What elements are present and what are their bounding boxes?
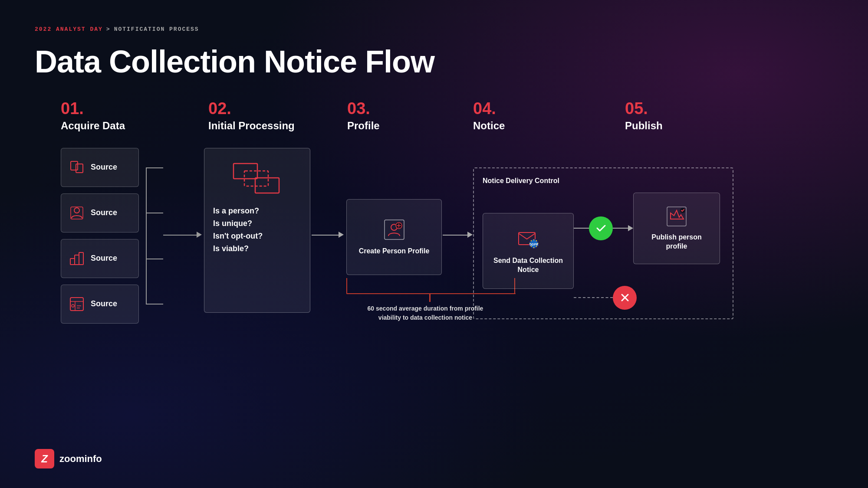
to-cross-line [574,297,613,298]
tree-vertical-line [146,167,147,304]
step-01-title: Acquire Data [61,120,125,131]
source-box-3: Source [61,239,139,278]
send-data-collection-notice-box: GDPR Send Data Collection Notice [483,213,574,289]
question-4: Is viable? [213,244,301,253]
source-icon-2 [69,205,85,221]
svg-rect-7 [70,298,83,311]
source-box-4: Source [61,285,139,324]
proc-to-profile-line [312,235,340,236]
step-01-header: 01. Acquire Data [61,100,125,144]
branch-4 [146,304,163,305]
logo-z-icon: Z [35,449,54,468]
source-label-2: Source [91,208,117,217]
breadcrumb: 2022 ANALYST DAY > NOTIFICATION PROCESS [35,26,833,33]
to-processing-line [163,235,198,236]
svg-rect-13 [255,178,279,193]
svg-point-23 [533,239,534,240]
page-title: Data Collection Notice Flow [35,46,833,79]
reject-path [574,286,720,310]
check-circle [589,216,613,240]
svg-point-28 [530,246,531,247]
source-box-2: Source [61,193,139,233]
decision-column: Publish person profile [574,193,720,310]
send-data-collection-notice-label: Send Data Collection Notice [490,256,567,275]
branch-1 [146,167,163,168]
source-icon-3 [69,251,85,266]
logo-text: zoominfo [59,453,102,465]
publish-person-profile-box: Publish person profile [633,193,720,264]
flow-diagram: 01. Acquire Data 02. Initial Processing … [35,100,833,369]
breadcrumb-year: 2022 ANALYST DAY [35,26,103,33]
processing-questions: Is a person? Is unique? Isn't opt-out? I… [213,206,301,253]
to-processing-arrow [197,232,202,238]
page-container: 2022 ANALYST DAY > NOTIFICATION PROCESS … [0,0,868,488]
notice-row: GDPR Send Data Collection Notice [483,193,724,310]
step-05-title: Publish [625,120,663,131]
source-box-1: Source [61,148,139,187]
logo-container: Z zoominfo [35,449,102,468]
source-label-1: Source [91,163,117,172]
approve-path: Publish person profile [574,193,720,264]
processing-icon-area [231,161,283,198]
publish-icon [665,205,688,228]
processing-svg-icon [231,161,283,196]
svg-rect-5 [75,255,79,265]
source-label-4: Source [91,299,117,308]
step-05-header: 05. Publish [625,100,663,144]
step-04-header: 04. Notice [473,100,505,144]
to-publish-arrow [628,225,633,231]
breadcrumb-separator: > [106,26,111,33]
profile-to-notice-arrow [467,232,473,238]
svg-rect-0 [71,161,78,170]
processing-box: Is a person? Is unique? Isn't opt-out? I… [204,148,310,313]
profile-to-notice-line [443,235,469,236]
source-icon-1 [69,160,85,175]
svg-point-30 [530,240,531,241]
svg-point-2 [74,208,79,213]
step-05-number: 05. [625,100,648,117]
notice-delivery-label: Notice Delivery Control [483,177,724,185]
svg-point-27 [533,247,534,248]
svg-rect-1 [76,164,83,173]
from-check-line [613,228,628,229]
step-04-title: Notice [473,120,505,131]
to-check-line [574,228,589,229]
cross-circle [613,286,637,310]
question-1: Is a person? [213,206,301,216]
brace-left [346,278,347,293]
question-2: Is unique? [213,219,301,228]
source-icon-4 [69,296,85,312]
x-icon [619,291,631,304]
check-icon [595,222,607,234]
notice-icon: GDPR [516,227,540,251]
branch-3 [146,259,163,259]
profile-icon [382,218,406,242]
svg-text:GDPR: GDPR [529,243,538,246]
step-02-title: Initial Processing [208,120,295,131]
notice-delivery-control-box: Notice Delivery Control [473,167,733,319]
step-04-number: 04. [473,100,496,117]
svg-point-10 [72,305,74,307]
step-03-header: 03. Profile [347,100,380,144]
question-3: Isn't opt-out? [213,232,301,241]
svg-point-24 [536,240,536,241]
step-03-title: Profile [347,120,380,131]
breadcrumb-page: NOTIFICATION PROCESS [114,26,199,33]
publish-person-profile-label: Publish person profile [640,233,713,251]
svg-rect-6 [79,252,83,265]
create-person-profile-box: Create Person Profile [346,199,442,275]
svg-point-26 [536,246,536,247]
svg-rect-14 [385,220,404,239]
svg-rect-4 [70,259,75,265]
step-03-number: 03. [347,100,370,117]
brace-center [429,293,431,302]
branch-2 [146,213,163,213]
proc-to-profile-arrow [339,232,344,238]
step-02-number: 02. [208,100,231,117]
source-label-3: Source [91,254,117,263]
create-person-profile-label: Create Person Profile [359,247,430,256]
step-01-number: 01. [61,100,84,117]
step-02-header: 02. Initial Processing [208,100,295,144]
